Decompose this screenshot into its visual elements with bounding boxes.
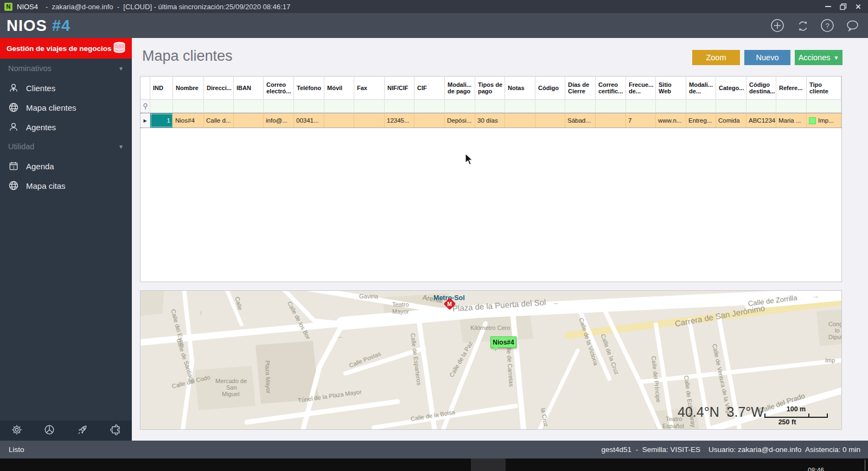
sidebar-banner[interactable]: Gestión de viajes de negocios — [0, 38, 132, 59]
grid-column-header[interactable]: Código — [535, 77, 565, 100]
minimize-icon[interactable] — [821, 1, 834, 12]
grid-column-header[interactable]: IND — [150, 77, 173, 100]
grid-cell[interactable]: www.n... — [656, 113, 686, 128]
map-panel[interactable]: GaviriaTeatroMayorArenalMetro-SolPlaza d… — [140, 290, 842, 430]
grid-column-header[interactable]: Fax — [354, 77, 385, 100]
close-icon[interactable]: ✕ — [852, 1, 865, 12]
grid-corner-cell[interactable] — [141, 77, 150, 100]
nuevo-button[interactable]: Nuevo — [744, 50, 790, 65]
grid-cell[interactable]: 12345... — [385, 113, 414, 128]
grid-column-header[interactable]: Notas — [505, 77, 535, 100]
grid-column-header[interactable]: Tipo cliente — [807, 77, 841, 100]
grid-column-header[interactable]: Modali... de... — [686, 77, 716, 100]
filter-cell[interactable] — [776, 100, 807, 113]
sync-icon[interactable] — [795, 18, 809, 33]
grid-column-header[interactable]: Correo certific... — [596, 77, 626, 100]
grid-column-header[interactable]: Tipos de pago — [475, 77, 505, 100]
filter-cell[interactable] — [807, 100, 841, 113]
grid-cell[interactable]: 1 — [150, 113, 173, 128]
grid-cell[interactable] — [354, 113, 385, 128]
filter-cell[interactable] — [324, 100, 354, 113]
filter-cell[interactable] — [565, 100, 596, 113]
filter-cell[interactable] — [716, 100, 746, 113]
grid-cell[interactable] — [234, 113, 264, 128]
grid-cell[interactable]: Depósi... — [445, 113, 475, 128]
grid-column-header[interactable]: Correo electró... — [264, 77, 294, 100]
sidebar-section-utilidad[interactable]: Utilidad ▼ — [0, 137, 132, 156]
filter-cell[interactable] — [626, 100, 656, 113]
sidebar-item-mapa-citas[interactable]: Mapa citas — [0, 176, 132, 195]
grid-column-header[interactable]: Nombre — [173, 77, 204, 100]
grid-cell[interactable]: 00341... — [294, 113, 324, 128]
taskbar-item[interactable] — [471, 459, 506, 471]
grid-cell[interactable]: Maria ... — [776, 113, 807, 128]
pie-chart-icon[interactable] — [43, 424, 55, 438]
filter-cell[interactable] — [445, 100, 475, 113]
grid-cell[interactable] — [505, 113, 535, 128]
grid-cell[interactable]: Entreg... — [686, 113, 716, 128]
grid-cell[interactable]: Imp... — [807, 113, 841, 128]
grid-column-header[interactable]: Teléfono — [294, 77, 324, 100]
grid-cell[interactable] — [414, 113, 445, 128]
window-titlebar[interactable]: N NIOS4 - zakaria@d-one.info - [CLOUD] -… — [0, 0, 868, 13]
filter-cell[interactable] — [204, 100, 234, 113]
grid-column-header[interactable]: Código destina... — [746, 77, 776, 100]
filter-cell[interactable] — [173, 100, 204, 113]
filter-cell[interactable] — [535, 100, 565, 113]
grid-column-header[interactable]: Días de Cierre — [565, 77, 596, 100]
zoom-button[interactable]: Zoom — [692, 50, 740, 65]
filter-cell[interactable] — [414, 100, 445, 113]
chat-icon[interactable] — [845, 18, 859, 33]
grid-column-header[interactable]: NIF/CIF — [385, 77, 414, 100]
grid-cell[interactable]: Comida — [716, 113, 746, 128]
grid-cell[interactable]: info@... — [264, 113, 294, 128]
grid-cell[interactable] — [324, 113, 354, 128]
settings-gear-icon[interactable] — [11, 424, 23, 438]
sidebar-item-agentes[interactable]: Agentes — [0, 117, 132, 137]
filter-cell[interactable] — [596, 100, 626, 113]
sidebar-section-nominativos[interactable]: Nominativos ▼ — [0, 59, 132, 78]
filter-cell[interactable] — [234, 100, 264, 113]
grid-column-header[interactable]: Sitio Web — [656, 77, 686, 100]
grid-column-header[interactable]: Modali... de pago — [445, 77, 475, 100]
grid-column-header[interactable]: CIF — [414, 77, 445, 100]
sidebar-item-mapa-clientes[interactable]: Mapa clientes — [0, 98, 132, 117]
sidebar-item-agenda[interactable]: 1 Agenda — [0, 156, 132, 176]
grid-column-header[interactable]: Catego... — [716, 77, 746, 100]
sidebar-item-clientes[interactable]: Clientes — [0, 78, 132, 98]
grid-cell[interactable]: 7 — [626, 113, 656, 128]
restore-icon[interactable] — [837, 1, 850, 12]
puzzle-icon[interactable] — [109, 424, 121, 438]
grid-cell[interactable]: Calle d... — [204, 113, 234, 128]
grid-cell[interactable]: 30 días — [475, 113, 505, 128]
grid-column-header[interactable]: Frecue... de... — [626, 77, 656, 100]
filter-cell[interactable] — [505, 100, 535, 113]
filter-cell[interactable] — [475, 100, 505, 113]
database-icon — [112, 41, 126, 55]
filter-cell[interactable] — [656, 100, 686, 113]
filter-cell[interactable] — [686, 100, 716, 113]
grid-column-header[interactable]: Direcci... — [204, 77, 234, 100]
grid-column-header[interactable]: Refere... — [776, 77, 807, 100]
grid-cell[interactable] — [535, 113, 565, 128]
os-taskbar-edge[interactable]: 08:46 — [0, 459, 868, 471]
filter-cell[interactable] — [746, 100, 776, 113]
grid-data-row[interactable]: ▶ 1Nios#4Calle d...info@...00341...12345… — [141, 113, 841, 128]
grid-cell[interactable]: Nios#4 — [173, 113, 204, 128]
filter-cell[interactable] — [150, 100, 173, 113]
grid-column-header[interactable]: IBAN — [234, 77, 264, 100]
filter-cell[interactable] — [294, 100, 324, 113]
client-map-marker[interactable]: Nios#4 — [490, 336, 516, 348]
filter-cell[interactable] — [385, 100, 414, 113]
filter-cell[interactable] — [264, 100, 294, 113]
filter-cell[interactable] — [354, 100, 385, 113]
grid-cell[interactable] — [596, 113, 626, 128]
rocket-icon[interactable] — [76, 424, 88, 438]
add-icon[interactable] — [770, 18, 784, 33]
acciones-button[interactable]: Acciones▼ — [795, 50, 843, 65]
help-icon[interactable]: ? — [820, 18, 834, 33]
filter-pin-icon[interactable] — [141, 100, 150, 113]
grid-cell[interactable]: Sábad... — [565, 113, 596, 128]
grid-cell[interactable]: ABC1234 — [746, 113, 776, 128]
grid-column-header[interactable]: Móvil — [324, 77, 354, 100]
